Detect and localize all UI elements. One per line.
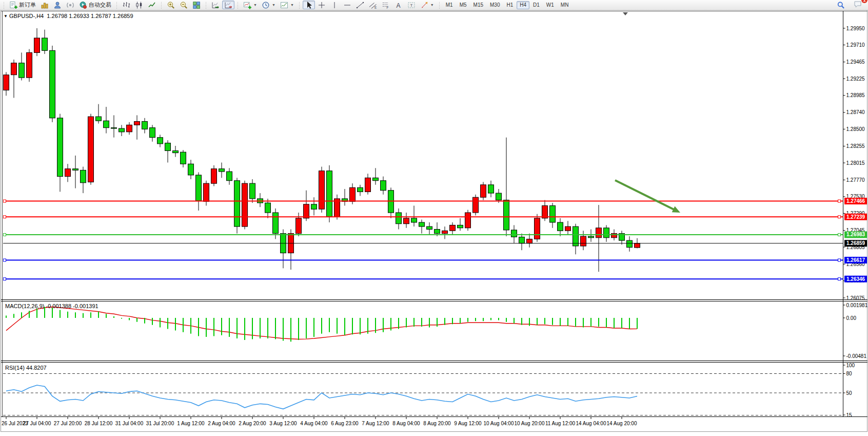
timeframe-m1-button[interactable]: M1: [443, 1, 456, 9]
timeframe-h4-button[interactable]: H4: [517, 1, 529, 9]
toolbar-gripper[interactable]: [438, 2, 441, 9]
timeframe-mn-button[interactable]: MN: [558, 1, 572, 9]
candle: [288, 230, 294, 270]
candle: [388, 187, 394, 218]
auto-scroll-button[interactable]: [209, 1, 222, 9]
toolbar-gripper[interactable]: [115, 2, 119, 9]
bar-chart-icon: [122, 1, 130, 9]
channel-button[interactable]: E: [367, 1, 379, 9]
timeframe-w1-button[interactable]: W1: [543, 1, 557, 9]
macd-label: MACD(12,26,9) -0.001388 -0.001391: [5, 303, 98, 309]
chart-shift-icon: [224, 1, 232, 9]
templates-button[interactable]: ▼: [278, 1, 296, 9]
vertical-line-button[interactable]: [328, 1, 341, 9]
candle: [396, 208, 402, 230]
bar-chart-button[interactable]: [120, 1, 132, 9]
arrow-annotation[interactable]: [615, 180, 675, 210]
timeframe-d1-button[interactable]: D1: [530, 1, 543, 9]
candle: [373, 168, 379, 185]
crosshair-button[interactable]: [315, 1, 328, 9]
periods-button[interactable]: ▼: [260, 1, 278, 9]
time-axis-label: 8 Aug 20:00: [423, 421, 451, 426]
svg-text:1.26346: 1.26346: [846, 276, 865, 282]
tile-windows-button[interactable]: [190, 1, 203, 9]
trendline-button[interactable]: [354, 1, 366, 9]
toolbar-gripper[interactable]: [298, 2, 301, 9]
dropdown-arrow-icon[interactable]: ▼: [430, 3, 434, 7]
svg-text:F: F: [386, 6, 388, 9]
time-axis-label: 2 Aug 04:00: [208, 421, 235, 426]
fibonacci-button[interactable]: F: [380, 1, 392, 9]
search-icon: [837, 1, 845, 9]
svg-text:1.26617: 1.26617: [846, 257, 865, 263]
macd-axis-tick: -0.00481: [846, 353, 867, 359]
text-label-button[interactable]: T: [405, 1, 418, 9]
indicators-button[interactable]: ▼: [241, 1, 259, 9]
candle: [550, 203, 556, 228]
timeframe-h1-button[interactable]: H1: [503, 1, 516, 9]
arrows-button[interactable]: ▼: [418, 1, 436, 9]
toolbar-gripper[interactable]: [236, 2, 240, 9]
price-axis-tick: 1.28500: [846, 126, 865, 132]
candle-chart-button[interactable]: [133, 1, 145, 9]
line-handle[interactable]: [4, 233, 6, 236]
svg-text:1.26859: 1.26859: [846, 240, 865, 246]
candle: [442, 226, 448, 239]
price-axis-tick: 1.27770: [846, 177, 865, 183]
candle: [227, 168, 232, 185]
toolbar-gripper[interactable]: [204, 2, 208, 9]
candle: [535, 214, 540, 242]
time-axis-label: 31 Jul 20:00: [146, 421, 174, 426]
chart-shift-marker-icon[interactable]: [623, 12, 628, 15]
cursor-button[interactable]: [303, 1, 315, 9]
price-axis-tick: 1.28015: [846, 160, 865, 166]
dropdown-arrow-icon[interactable]: ▼: [290, 3, 294, 7]
candle: [342, 189, 348, 206]
line-handle[interactable]: [838, 259, 841, 261]
line-handle[interactable]: [4, 278, 6, 280]
timeframe-m30-button[interactable]: M30: [487, 1, 503, 9]
line-handle[interactable]: [838, 278, 841, 280]
horizontal-line-button[interactable]: [341, 1, 353, 9]
dropdown-arrow-icon[interactable]: ▼: [272, 3, 275, 7]
candle: [419, 220, 425, 234]
charts-button[interactable]: [38, 1, 51, 9]
line-handle[interactable]: [838, 216, 841, 218]
time-axis-label: 8 Aug 04:00: [392, 421, 420, 426]
timeframe-m15-button[interactable]: M15: [470, 1, 486, 9]
line-handle[interactable]: [4, 200, 6, 202]
candle: [481, 182, 486, 200]
candle: [258, 193, 263, 207]
auto-trading-button[interactable]: 自动交易: [77, 1, 113, 9]
chart-menu-icon[interactable]: ▼: [4, 14, 8, 18]
line-handle[interactable]: [838, 200, 841, 202]
new-order-button[interactable]: 新订单: [7, 1, 38, 9]
candle: [488, 181, 494, 198]
line-handle[interactable]: [4, 216, 6, 218]
candle: [27, 49, 32, 82]
timeframe-m5-button[interactable]: M5: [457, 1, 470, 9]
chart-shift-button[interactable]: [222, 1, 234, 9]
candle: [573, 224, 579, 255]
time-axis-label: 27 Jul 20:00: [54, 421, 82, 426]
search-button[interactable]: [835, 1, 847, 9]
candle: [88, 114, 94, 185]
text-button[interactable]: A: [392, 1, 405, 9]
signal-button[interactable]: [64, 1, 76, 9]
macd-axis-tick: 0.001981: [846, 302, 868, 308]
price-axis-tick: 1.28740: [846, 109, 865, 115]
ohlc-high: 1.26933: [69, 13, 89, 19]
dropdown-arrow-icon[interactable]: ▼: [253, 3, 257, 7]
auto-trading-icon: [79, 1, 87, 9]
templates-icon: [280, 1, 288, 9]
line-chart-button[interactable]: [146, 1, 158, 9]
zoom-out-button[interactable]: [177, 1, 190, 9]
toolbar-gripper[interactable]: [160, 2, 163, 9]
terminal-button[interactable]: [51, 1, 64, 9]
line-handle[interactable]: [4, 259, 6, 261]
chart-area[interactable]: 1.299501.297101.294651.292251.289851.287…: [0, 0, 868, 436]
zoom-in-button[interactable]: [165, 1, 177, 9]
toolbar-gripper[interactable]: [2, 2, 6, 9]
candle: [96, 104, 102, 124]
line-handle[interactable]: [838, 233, 841, 236]
